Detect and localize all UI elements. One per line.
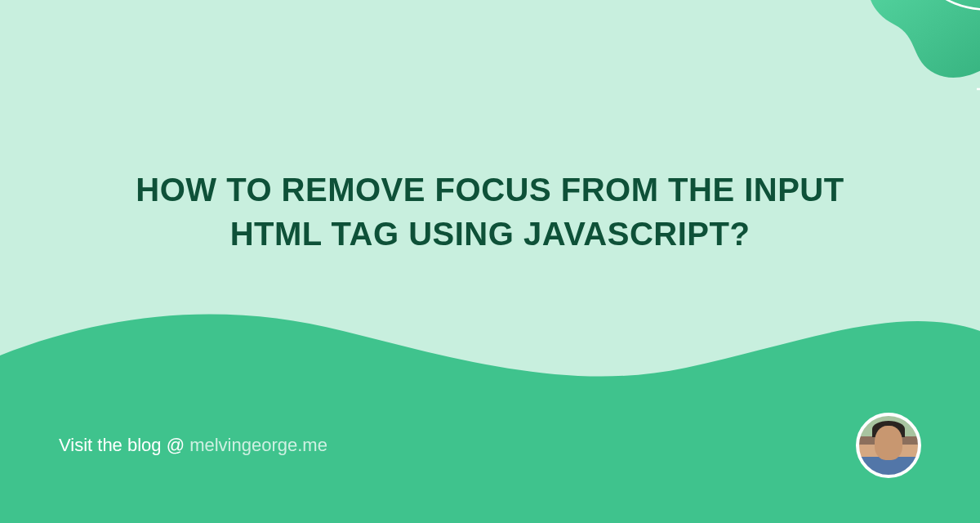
decorative-blob: [800, 0, 980, 114]
wave-background: [0, 286, 980, 523]
footer: Visit the blog @ melvingeorge.me: [59, 413, 921, 478]
visit-url: melvingeorge.me: [189, 435, 327, 455]
visit-blog-text: Visit the blog @ melvingeorge.me: [59, 435, 327, 456]
author-avatar: [856, 413, 921, 478]
page-title: HOW TO REMOVE FOCUS FROM THE INPUT HTML …: [106, 168, 874, 256]
visit-prefix: Visit the blog @: [59, 435, 189, 455]
